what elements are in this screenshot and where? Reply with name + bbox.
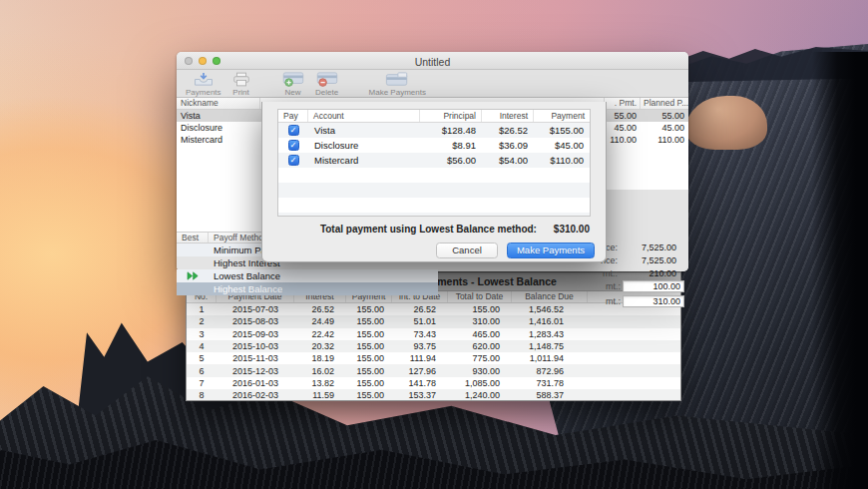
cancel-button[interactable]: Cancel xyxy=(436,243,498,258)
minimize-button[interactable] xyxy=(199,57,207,65)
schedule-cell: 872.96 xyxy=(512,366,588,376)
empty-row xyxy=(278,183,590,198)
payment-amount: $155.00 xyxy=(534,125,590,136)
make-payments-button[interactable]: Make Payments xyxy=(507,243,595,258)
schedule-cell: 6 xyxy=(187,366,217,376)
account-planned-pmt: 110.00 xyxy=(640,135,688,145)
schedule-cell: 2015-08-03 xyxy=(217,316,294,326)
summary-value: 7,525.00 xyxy=(620,243,685,252)
summary-label: mt.: xyxy=(606,281,621,291)
schedule-cell: 1,416.01 xyxy=(512,316,588,326)
payment-row[interactable]: ✓Vista$128.48$26.52$155.00 xyxy=(278,123,590,138)
print-toolbar-button[interactable]: Print xyxy=(231,72,251,97)
pay-checkbox[interactable]: ✓ xyxy=(288,125,299,136)
payments-column-header: Pay xyxy=(278,110,308,122)
pay-checkbox-cell: ✓ xyxy=(278,140,308,151)
schedule-cell: 155.00 xyxy=(346,390,392,400)
schedule-cell: 465.00 xyxy=(448,329,512,339)
schedule-row[interactable]: 22015-08-0324.49155.0051.01310.001,416.0… xyxy=(187,315,680,327)
print-toolbar-label: Print xyxy=(232,88,248,97)
total-payment-value: $310.00 xyxy=(554,224,590,235)
payment-row[interactable]: ✓Mistercard$56.00$54.00$110.00 xyxy=(278,153,590,168)
schedule-cell: 155.00 xyxy=(346,304,392,314)
payments-table-headers: PayAccountPrincipalInterestPayment xyxy=(278,110,590,123)
empty-row xyxy=(278,213,590,217)
schedule-cell: 620.00 xyxy=(448,341,512,351)
wallpaper-dark-edge xyxy=(812,52,868,489)
schedule-cell: 1,240.00 xyxy=(448,390,512,400)
title-bar: Untitled xyxy=(177,52,688,70)
schedule-cell: 2016-01-03 xyxy=(217,378,294,388)
schedule-cell: 4 xyxy=(187,341,217,351)
payoff-method-row[interactable]: Lowest Balance xyxy=(177,269,438,282)
make-payments-toolbar-label: Make Payments xyxy=(369,88,426,97)
schedule-row[interactable]: 32015-09-0322.42155.0073.43465.001,283.4… xyxy=(187,328,680,340)
min-pmt-column-header[interactable]: . Pmt. xyxy=(604,98,640,109)
schedule-cell: 155.00 xyxy=(346,378,392,388)
summary-row: mt.:210.00 xyxy=(586,266,685,279)
payoff-method-row[interactable]: Highest Balance xyxy=(177,282,438,295)
schedule-cell: 11.59 xyxy=(294,390,346,400)
schedule-cell: 13.82 xyxy=(294,378,346,388)
schedule-cell: 26.52 xyxy=(294,304,346,314)
delete-toolbar-label: Delete xyxy=(315,88,338,97)
pay-checkbox-cell: ✓ xyxy=(278,155,308,166)
payment-row[interactable]: ✓Disclosure$8.91$36.09$45.00 xyxy=(278,138,590,153)
summary-amount-field[interactable] xyxy=(623,280,684,292)
delete-toolbar-button[interactable]: Delete xyxy=(315,72,339,97)
schedule-cell: 127.96 xyxy=(392,366,448,376)
best-arrow-icon xyxy=(177,271,209,280)
account-nickname: Vista xyxy=(177,111,260,121)
schedule-cell: 2 xyxy=(187,316,217,326)
schedule-cell: 18.19 xyxy=(294,353,346,363)
planned-pmt-column-header[interactable]: Planned P... xyxy=(640,98,688,109)
nickname-column-header[interactable]: Nickname xyxy=(177,98,260,109)
account-nickname: Mistercard xyxy=(177,135,260,145)
schedule-row[interactable]: 72016-01-0313.82155.00141.781,085.00731.… xyxy=(187,377,680,389)
schedule-cell: 51.01 xyxy=(392,316,448,326)
schedule-cell: 5 xyxy=(187,353,217,363)
schedule-row[interactable]: 42015-10-0320.32155.0093.75620.001,148.7… xyxy=(187,340,680,352)
schedule-cell: 310.00 xyxy=(448,316,512,326)
payment-principal: $8.91 xyxy=(420,140,482,151)
schedule-cell: 141.78 xyxy=(392,378,448,388)
schedule-row[interactable]: 82016-02-0311.59155.00153.371,240.00588.… xyxy=(187,389,680,401)
account-nickname: Disclosure xyxy=(177,123,260,133)
close-button[interactable] xyxy=(185,57,193,65)
summary-amount-field[interactable] xyxy=(623,295,684,307)
schedule-cell: 930.00 xyxy=(448,366,512,376)
schedule-row[interactable]: 62015-12-0316.02155.00127.96930.00872.96 xyxy=(187,364,680,376)
schedule-cell: 3 xyxy=(187,329,217,339)
payments-toolbar-button[interactable]: Payments xyxy=(186,72,221,97)
new-toolbar-button[interactable]: New xyxy=(281,72,305,97)
make-payments-toolbar-button[interactable]: Make Payments xyxy=(369,72,426,97)
card-add-icon xyxy=(281,72,305,87)
empty-row xyxy=(278,198,590,213)
account-planned-pmt: 45.00 xyxy=(640,123,688,133)
account-planned-pmt: 55.00 xyxy=(640,111,688,121)
zoom-button[interactable] xyxy=(213,57,220,65)
window-title: Untitled xyxy=(415,56,451,68)
printer-icon xyxy=(231,72,251,87)
schedule-cell: 155.00 xyxy=(346,353,392,363)
pay-checkbox[interactable]: ✓ xyxy=(288,140,299,151)
schedule-cell: 1,011.94 xyxy=(512,353,588,363)
best-column-header[interactable]: Best xyxy=(177,233,209,243)
schedule-cell: 1,085.00 xyxy=(448,378,512,388)
schedule-cell: 93.75 xyxy=(392,341,448,351)
account-min-pmt: 110.00 xyxy=(604,135,640,145)
payoff-method-label: Highest Balance xyxy=(209,283,282,294)
payment-interest: $26.52 xyxy=(482,125,534,136)
payment-principal: $56.00 xyxy=(420,155,482,166)
summary-value: 210.00 xyxy=(620,268,685,278)
schedule-row[interactable]: 52015-11-0318.19155.00111.94775.001,011.… xyxy=(187,352,680,364)
schedule-column-header: Total to Date xyxy=(448,291,512,302)
schedule-cell: 1 xyxy=(187,304,217,314)
schedule-cell: 155.00 xyxy=(346,316,392,326)
sheet-buttons: Cancel Make Payments xyxy=(436,243,595,258)
summary-value: 7,525.00 xyxy=(620,255,685,265)
pay-checkbox[interactable]: ✓ xyxy=(288,155,299,166)
payment-amount: $45.00 xyxy=(534,140,590,151)
schedule-cell: 775.00 xyxy=(448,353,512,363)
schedule-cell: 1,148.75 xyxy=(512,341,588,351)
